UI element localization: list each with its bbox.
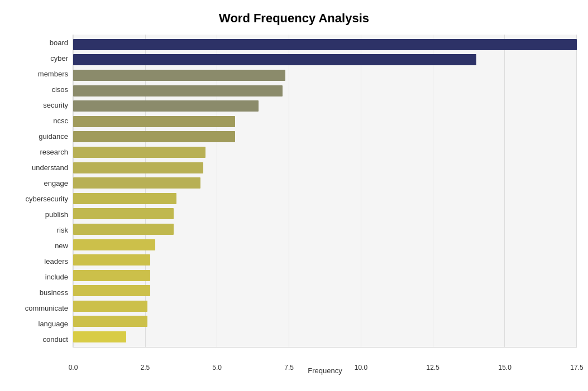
bar-row-publish — [73, 206, 577, 221]
y-label-new: new — [11, 242, 68, 249]
bar-conduct — [73, 331, 126, 342]
bar-row-cyber — [73, 52, 577, 67]
chart-area: boardcybermemberscisossecurityncscguidan… — [11, 35, 577, 347]
bar-row-cybersecurity — [73, 191, 577, 206]
bar-row-ncsc — [73, 114, 577, 129]
bar-row-risk — [73, 222, 577, 236]
bar-row-research — [73, 145, 577, 160]
bar-row-communicate — [73, 299, 577, 313]
bar-communicate — [73, 301, 147, 312]
y-label-board: board — [11, 39, 68, 46]
bar-guidance — [73, 131, 235, 142]
bar-row-board — [73, 37, 577, 52]
bar-risk — [73, 224, 174, 235]
bar-row-understand — [73, 161, 577, 175]
bars-container — [73, 35, 577, 347]
bar-business — [73, 285, 150, 296]
y-label-conduct: conduct — [11, 336, 68, 343]
bar-engage — [73, 177, 200, 189]
bar-ncsc — [73, 116, 235, 127]
bar-row-include — [73, 268, 577, 283]
x-tick-7: 17.5 — [570, 364, 583, 371]
y-label-business: business — [11, 289, 68, 296]
bar-language — [73, 316, 147, 327]
x-tick-5: 12.5 — [427, 364, 439, 371]
y-label-engage: engage — [11, 180, 68, 187]
y-label-include: include — [11, 273, 68, 281]
bar-research — [73, 147, 205, 158]
chart-title: Word Frequency Analysis — [11, 11, 577, 26]
x-axis-label: Frequency — [308, 366, 342, 375]
y-label-risk: risk — [11, 226, 68, 234]
bar-board — [73, 39, 577, 50]
bar-row-conduct — [73, 330, 577, 344]
bar-publish — [73, 208, 174, 219]
bar-understand — [73, 162, 203, 173]
bar-cybersecurity — [73, 193, 176, 204]
x-tick-4: 10.0 — [355, 364, 367, 371]
y-label-communicate: communicate — [11, 305, 68, 312]
y-label-publish: publish — [11, 211, 68, 218]
y-label-guidance: guidance — [11, 133, 68, 140]
bar-row-leaders — [73, 253, 577, 267]
bar-row-members — [73, 68, 577, 83]
bar-cisos — [73, 85, 283, 96]
x-tick-6: 15.0 — [498, 364, 511, 371]
y-label-security: security — [11, 102, 68, 109]
bar-cyber — [73, 54, 476, 65]
y-label-cybersecurity: cybersecurity — [11, 195, 68, 202]
y-label-cyber: cyber — [11, 55, 68, 62]
bar-row-guidance — [73, 129, 577, 144]
y-label-research: research — [11, 148, 68, 156]
bar-include — [73, 270, 150, 281]
y-label-ncsc: ncsc — [11, 117, 68, 124]
x-tick-2: 5.0 — [212, 364, 222, 371]
x-tick-1: 2.5 — [141, 364, 150, 371]
y-label-language: language — [11, 320, 68, 327]
y-labels: boardcybermemberscisossecurityncscguidan… — [11, 35, 73, 347]
bar-row-cisos — [73, 84, 577, 98]
bar-row-engage — [73, 176, 577, 190]
chart-container: Word Frequency Analysis boardcybermember… — [0, 0, 588, 391]
x-tick-0: 0.0 — [69, 364, 78, 371]
bar-leaders — [73, 254, 150, 266]
bar-row-security — [73, 99, 577, 113]
bar-new — [73, 239, 155, 250]
plot-area: 0.02.55.07.510.012.515.017.5 Frequency — [73, 35, 577, 347]
y-label-members: members — [11, 70, 68, 78]
bar-security — [73, 100, 259, 112]
bar-row-language — [73, 314, 577, 329]
y-label-leaders: leaders — [11, 258, 68, 265]
x-tick-3: 7.5 — [284, 364, 294, 371]
y-label-understand: understand — [11, 164, 68, 171]
bar-members — [73, 70, 285, 81]
y-label-cisos: cisos — [11, 86, 68, 93]
bar-row-new — [73, 238, 577, 252]
bar-row-business — [73, 283, 577, 298]
